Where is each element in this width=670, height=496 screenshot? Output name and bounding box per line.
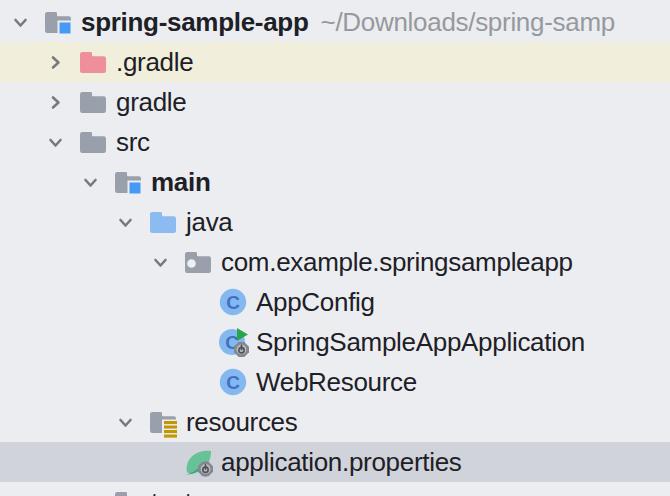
tree-item-label: SpringSampleAppApplication	[256, 327, 585, 358]
indent-spacer	[185, 282, 217, 322]
tree-row-src[interactable]: src	[0, 122, 670, 162]
folder-icon	[77, 126, 109, 158]
java-class-icon	[217, 366, 249, 398]
resources-root-icon	[147, 406, 179, 438]
runnable-class-icon: C	[217, 326, 249, 358]
sources-root-icon	[147, 206, 179, 238]
folder-icon	[77, 86, 109, 118]
folder-icon	[112, 486, 144, 496]
tree-row-webresource[interactable]: WebResource	[0, 362, 670, 402]
tree-item-label: application.properties	[221, 447, 462, 478]
chevron-down-icon[interactable]	[45, 122, 77, 162]
tree-row-dot-gradle[interactable]: .gradle	[0, 42, 670, 82]
module-folder-icon	[112, 166, 144, 198]
tree-item-label: .gradle	[116, 47, 193, 78]
indent-spacer	[185, 362, 217, 402]
indent-spacer	[150, 442, 182, 482]
project-folder-icon	[42, 6, 74, 38]
tree-item-label: test	[151, 487, 192, 496]
tree-row-appconfig[interactable]: AppConfig	[0, 282, 670, 322]
chevron-right-icon[interactable]	[45, 42, 77, 82]
tree-item-label: main	[151, 167, 210, 198]
spring-properties-icon	[182, 446, 214, 478]
chevron-down-icon[interactable]	[80, 162, 112, 202]
indent-spacer	[185, 322, 217, 362]
tree-item-label: WebResource	[256, 367, 417, 398]
project-tree-panel: spring-sample-app ~/Downloads/spring-sam…	[0, 0, 670, 496]
chevron-down-icon[interactable]	[150, 242, 182, 282]
excluded-folder-icon	[77, 46, 109, 78]
tree-item-label: com.example.springsampleapp	[221, 247, 573, 278]
tree-row-project-root[interactable]: spring-sample-app ~/Downloads/spring-sam…	[0, 2, 670, 42]
tree-item-label: resources	[186, 407, 297, 438]
java-class-icon	[217, 286, 249, 318]
project-name: spring-sample-app	[81, 7, 309, 38]
tree-row-resources[interactable]: resources	[0, 402, 670, 442]
tree-row-gradle[interactable]: gradle	[0, 82, 670, 122]
tree-item-label: AppConfig	[256, 287, 375, 318]
chevron-down-icon[interactable]	[115, 402, 147, 442]
tree-row-test[interactable]: test	[0, 482, 670, 496]
chevron-right-icon[interactable]	[80, 482, 112, 496]
chevron-down-icon[interactable]	[10, 2, 42, 42]
chevron-right-icon[interactable]	[45, 82, 77, 122]
project-path: ~/Downloads/spring-samp	[321, 7, 615, 38]
tree-row-application-properties[interactable]: application.properties	[0, 442, 670, 482]
chevron-down-icon[interactable]	[115, 202, 147, 242]
package-icon	[182, 246, 214, 278]
tree-row-package[interactable]: com.example.springsampleapp	[0, 242, 670, 282]
tree-row-application-class[interactable]: C SpringSampleAppApplication	[0, 322, 670, 362]
tree-row-main[interactable]: main	[0, 162, 670, 202]
tree-item-label: src	[116, 127, 150, 158]
tree-item-label: gradle	[116, 87, 186, 118]
tree-item-label: java	[186, 207, 233, 238]
tree-row-java[interactable]: java	[0, 202, 670, 242]
